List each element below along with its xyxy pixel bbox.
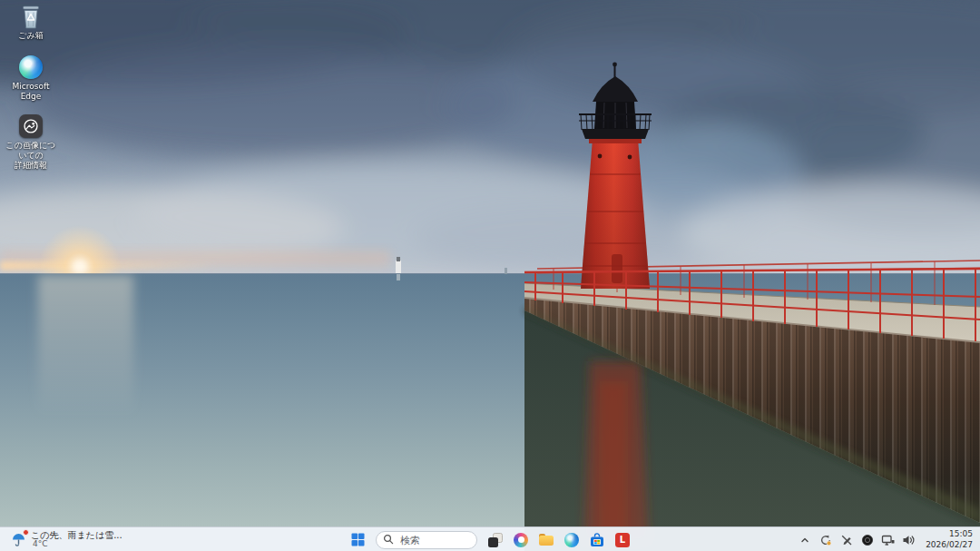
system-tray: 15:05 2026/02/27 <box>797 527 976 551</box>
copilot-icon <box>514 533 528 547</box>
weather-alert-badge <box>23 529 29 536</box>
microsoft-store-icon <box>590 533 604 547</box>
weather-umbrella-icon <box>11 532 26 547</box>
recycle-bin-label: ごみ箱 <box>18 31 43 41</box>
windows-logo-icon <box>351 533 365 546</box>
spotlight-picture-icon <box>19 113 43 139</box>
edge-shortcut[interactable]: Microsoft Edge <box>2 54 60 102</box>
recorder-tray-button[interactable] <box>859 530 875 550</box>
task-view-button[interactable] <box>485 529 506 551</box>
volume-icon <box>902 534 916 546</box>
taskbar: この先、雨または雪... 4°C <box>0 526 980 551</box>
network-tray-button[interactable] <box>880 530 896 550</box>
copilot-button[interactable] <box>510 529 532 551</box>
desktop: ごみ箱 Microsoft Edge この画像についての 詳細情報 <box>0 0 980 551</box>
pen-disabled-tray-button[interactable] <box>838 530 854 550</box>
taskbar-center: L <box>347 527 633 551</box>
weather-widget[interactable]: この先、雨または雪... 4°C <box>5 527 128 551</box>
clock[interactable]: 15:05 2026/02/27 <box>922 527 976 551</box>
task-view-icon <box>488 533 503 547</box>
black-circle-icon <box>861 534 874 546</box>
sync-alert-tray-button[interactable] <box>818 530 833 550</box>
sync-alert-icon <box>819 534 832 546</box>
edge-label: Microsoft Edge <box>2 82 60 102</box>
volume-tray-button[interactable] <box>901 530 916 550</box>
start-button[interactable] <box>347 529 368 551</box>
microsoft-store-button[interactable] <box>586 529 608 551</box>
edge-button[interactable] <box>561 529 583 551</box>
recycle-bin-shortcut[interactable]: ごみ箱 <box>2 4 60 41</box>
edge-taskbar-icon <box>564 533 579 547</box>
spotlight-label: この画像についての 詳細情報 <box>2 141 60 170</box>
file-explorer-button[interactable] <box>535 529 557 551</box>
lighthouse-reflection <box>584 361 648 540</box>
clock-date: 2026/02/27 <box>926 540 973 550</box>
recycle-bin-icon <box>20 4 42 29</box>
l-app-icon: L <box>615 533 630 547</box>
search-input[interactable] <box>376 531 477 549</box>
wallpaper-image <box>0 0 980 551</box>
l-app-button[interactable]: L <box>612 529 633 551</box>
pen-disabled-icon <box>840 534 853 546</box>
hidden-icons-button[interactable] <box>797 530 812 550</box>
file-explorer-icon <box>539 534 554 546</box>
ethernet-icon <box>881 534 895 546</box>
chevron-up-icon <box>799 535 810 546</box>
spotlight-shortcut[interactable]: この画像についての 詳細情報 <box>2 113 60 170</box>
clock-time: 15:05 <box>949 529 973 539</box>
clouds <box>0 0 980 280</box>
desktop-icon-column: ごみ箱 Microsoft Edge この画像についての 詳細情報 <box>2 4 60 182</box>
edge-icon <box>19 54 43 80</box>
weather-temperature: 4°C <box>33 540 122 549</box>
search-box[interactable] <box>376 530 477 550</box>
